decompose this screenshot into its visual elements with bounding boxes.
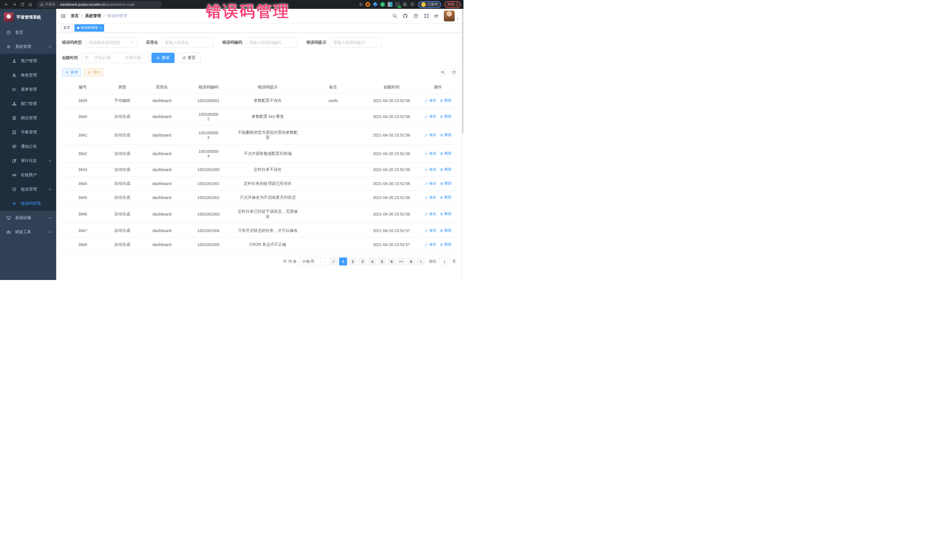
delete-row-button[interactable]: 删除 xyxy=(440,242,451,247)
tag-错误码管理[interactable]: 错误码管理× xyxy=(74,24,104,32)
avatar[interactable] xyxy=(444,11,454,21)
not-secure-warning[interactable]: 不安全 xyxy=(40,2,55,7)
browser-update-button[interactable]: 更新 xyxy=(444,1,460,8)
sidebar-item-在线用户[interactable]: 在线用户 xyxy=(0,168,56,182)
header-search-icon[interactable] xyxy=(392,14,397,18)
sidebar-item-字典管理[interactable]: 字典管理 xyxy=(0,125,56,140)
scrollbar-thumb[interactable] xyxy=(462,9,464,134)
sidebar-item-审计日志[interactable]: 审计日志 xyxy=(0,154,56,168)
page-button-6[interactable]: 6 xyxy=(388,258,396,266)
error-code-input-wrap[interactable] xyxy=(246,37,298,48)
ext-squares-icon[interactable] xyxy=(388,2,392,7)
help-icon[interactable] xyxy=(413,14,418,18)
logo-row[interactable]: 芋道管理系统 xyxy=(0,9,56,25)
page-button-1[interactable]: 1 xyxy=(339,258,347,266)
edit-row-button[interactable]: 修改 xyxy=(425,167,436,172)
home-icon[interactable] xyxy=(27,1,33,8)
breadcrumb-item-系统管理[interactable]: 系统管理 xyxy=(85,14,101,18)
page-button-2[interactable]: 2 xyxy=(349,258,357,266)
fullscreen-icon[interactable] xyxy=(424,14,429,18)
goto-page-input[interactable] xyxy=(438,258,450,266)
page-button-3[interactable]: 3 xyxy=(359,258,366,266)
sidebar-item-岗位管理[interactable]: 岗位管理 xyxy=(0,111,56,125)
delete-row-button[interactable]: 删除 xyxy=(440,151,451,156)
extension-paused-badge[interactable]: 已暂停 xyxy=(418,1,441,8)
sidebar-item-角色管理[interactable]: 角色管理 xyxy=(0,68,56,82)
sidebar-item-研发工具[interactable]: 研发工具 xyxy=(0,225,56,239)
edit-row-button[interactable]: 修改 xyxy=(425,114,436,119)
date-end-placeholder[interactable]: 结束日期 xyxy=(121,55,145,61)
delete-row-button[interactable]: 删除 xyxy=(440,98,451,103)
delete-row-button[interactable]: 删除 xyxy=(440,133,451,137)
sidebar-item-基础设施[interactable]: 基础设施 xyxy=(0,211,56,225)
tag-close-icon[interactable]: × xyxy=(100,26,102,29)
ext-orange-icon[interactable] xyxy=(365,2,370,7)
delete-row-button[interactable]: 删除 xyxy=(440,114,451,119)
edit-row-button[interactable]: 修改 xyxy=(425,133,436,137)
sidebar-collapse-icon[interactable] xyxy=(61,14,66,19)
font-size-icon[interactable]: tT xyxy=(435,14,438,18)
github-icon[interactable] xyxy=(403,14,408,18)
search-button[interactable]: 搜索 xyxy=(152,53,175,63)
ext-gem-icon[interactable] xyxy=(372,2,378,7)
sidebar-item-菜单管理[interactable]: 菜单管理 xyxy=(0,82,56,97)
error-type-select-input[interactable] xyxy=(89,40,129,45)
edit-row-button[interactable]: 修改 xyxy=(425,151,436,156)
sidebar-item-用户管理[interactable]: 用户管理 xyxy=(0,54,56,68)
date-range-picker[interactable]: 开始日期 - 结束日期 xyxy=(81,53,149,63)
error-code-input[interactable] xyxy=(249,40,294,45)
reload-icon[interactable] xyxy=(19,1,26,8)
back-icon[interactable] xyxy=(3,1,10,8)
ext-key-icon[interactable] xyxy=(403,2,407,7)
edit-row-button[interactable]: 修改 xyxy=(425,98,436,103)
error-type-select[interactable] xyxy=(85,37,137,48)
page-button-5[interactable]: 5 xyxy=(378,258,386,266)
delete-row-button[interactable]: 删除 xyxy=(440,228,451,233)
cell-hint: 只允许修改为开启或者关闭状态 xyxy=(234,191,301,205)
edit-row-button[interactable]: 修改 xyxy=(425,242,436,247)
refresh-table-button[interactable] xyxy=(450,68,458,76)
edit-row-button[interactable]: 修改 xyxy=(425,212,436,216)
page-ellipsis[interactable]: ••• xyxy=(397,258,405,266)
bookmark-star-icon[interactable] xyxy=(357,1,364,8)
edit-row-button[interactable]: 修改 xyxy=(425,181,436,186)
edit-row-button[interactable]: 修改 xyxy=(425,195,436,200)
sidebar-item-短信管理[interactable]: 短信管理 xyxy=(0,182,56,196)
app-name-input-wrap[interactable] xyxy=(161,37,214,48)
address-bar[interactable]: 不安全 dashboard.yudao.iocoder.cn/system/er… xyxy=(36,1,162,8)
forward-icon[interactable] xyxy=(11,1,18,8)
next-page-button[interactable] xyxy=(417,258,425,266)
sidebar-item-错误码管理[interactable]: 错误码管理 xyxy=(0,196,56,211)
sidebar-item-部门管理[interactable]: 部门管理 xyxy=(0,97,56,111)
sidebar-item-首页[interactable]: 首页 xyxy=(0,25,56,39)
page-button-8[interactable]: 8 xyxy=(407,258,415,266)
ext-dark-on-icon[interactable] xyxy=(395,2,400,7)
delete-row-button[interactable]: 删除 xyxy=(440,195,451,200)
cell-type: 自动生成 xyxy=(103,126,141,145)
delete-row-button[interactable]: 删除 xyxy=(440,212,451,216)
page-size-select[interactable]: 10条/页 xyxy=(299,258,325,266)
reset-button[interactable]: 重置 xyxy=(178,53,201,63)
tag-首页[interactable]: 首页 xyxy=(61,24,73,32)
app-name-input[interactable] xyxy=(165,40,210,45)
ext-puzzle-icon[interactable] xyxy=(410,2,415,7)
delete-row-button[interactable]: 删除 xyxy=(440,181,451,186)
export-button[interactable]: 导出 xyxy=(84,68,103,76)
edit-row-button[interactable]: 修改 xyxy=(425,228,436,233)
window-scrollbar[interactable] xyxy=(462,9,464,280)
user-menu[interactable] xyxy=(444,11,459,21)
add-button[interactable]: 新增 xyxy=(62,68,81,76)
sidebar-item-系统管理[interactable]: 系统管理 xyxy=(0,39,56,54)
breadcrumb-item-首页[interactable]: 首页 xyxy=(71,14,79,18)
delete-row-button[interactable]: 删除 xyxy=(440,167,451,172)
error-hint-input-wrap[interactable] xyxy=(330,37,382,48)
page-button-4[interactable]: 4 xyxy=(368,258,376,266)
prev-page-button[interactable] xyxy=(330,258,337,266)
chrome-menu-icon[interactable] xyxy=(457,3,457,6)
sidebar-item-通知公告[interactable]: 通知公告 xyxy=(0,140,56,154)
ext-green-icon[interactable]: V xyxy=(380,2,385,7)
error-hint-input[interactable] xyxy=(333,40,378,45)
sidebar-menu: 首页系统管理用户管理角色管理菜单管理部门管理岗位管理字典管理通知公告审计日志在线… xyxy=(0,25,56,239)
date-start-placeholder[interactable]: 开始日期 xyxy=(90,55,115,61)
toggle-search-button[interactable] xyxy=(439,68,447,76)
